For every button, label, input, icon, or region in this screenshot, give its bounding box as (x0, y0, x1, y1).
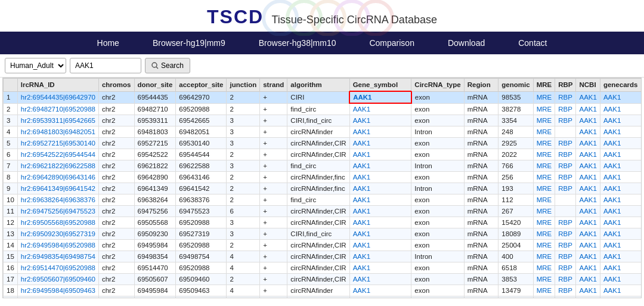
cell-rbp[interactable]: RBP (555, 172, 576, 183)
cell-rbp[interactable]: RBP (555, 240, 576, 251)
cell-lrcrnaid[interactable]: hr2:69475256|69475523 (17, 206, 98, 217)
cell-genesymbol[interactable]: AAK1 (349, 206, 411, 217)
cell-ncbi[interactable]: AAK1 (576, 194, 600, 206)
cell-genesymbol[interactable]: AAK1,RP11-427H (349, 296, 411, 299)
cell-genecards[interactable]: AAK1 (600, 251, 641, 262)
cell-mre[interactable]: MRE (533, 160, 555, 172)
table-row[interactable]: 16hr2:69514470|69520988chr26951447069520… (4, 262, 642, 274)
cell-rbp[interactable]: RBP (555, 217, 576, 228)
cell-genecards[interactable]: AAK1 (600, 172, 641, 183)
cell-genesymbol[interactable]: AAK1 (349, 274, 411, 285)
cell-genecards[interactable]: AAK1 (600, 194, 641, 206)
cell-ncbi[interactable]: AAK1 (576, 160, 600, 172)
table-row[interactable]: 17hr2:69505607|69509460chr26950560769509… (4, 274, 642, 285)
cell-mre[interactable]: MRE (533, 228, 555, 240)
cell-genecards[interactable]: AAK1,RF A (600, 296, 641, 299)
table-row[interactable]: 11hr2:69475256|69475523chr26947525669475… (4, 206, 642, 217)
cell-lrcrnaid[interactable]: hr2:69498354|69498754 (17, 251, 98, 262)
cell-mre[interactable]: MRE (533, 240, 555, 251)
cell-genesymbol[interactable]: AAK1 (349, 138, 411, 149)
cell-ncbi[interactable]: AAK1 (576, 217, 600, 228)
cell-ncbi[interactable]: AAK1 (576, 285, 600, 296)
cell-mre[interactable]: MRE (533, 206, 555, 217)
cell-genesymbol[interactable]: AAK1 (349, 183, 411, 194)
cell-mre[interactable]: MRE (533, 194, 555, 206)
cell-genecards[interactable]: AAK1 (600, 262, 641, 274)
cell-mre[interactable]: MRE (533, 183, 555, 194)
cell-lrcrnaid[interactable]: hr2:69514470|69520988 (17, 262, 98, 274)
cell-genesymbol[interactable]: AAK1 (349, 217, 411, 228)
cell-mre[interactable]: MRE (533, 262, 555, 274)
cell-genesymbol[interactable]: AAK1 (349, 160, 411, 172)
table-row[interactable]: 4hr2:69481803|69482051chr269481803694820… (4, 126, 642, 138)
cell-lrcrnaid[interactable]: hr2:69542522|69544544 (17, 149, 98, 160)
cell-lrcrnaid[interactable]: hr2:69505607|69509460 (17, 274, 98, 285)
cell-genesymbol[interactable]: AAK1 (349, 149, 411, 160)
table-row[interactable]: 3hr2:69539311|69542665chr269539311695426… (4, 115, 642, 126)
cell-mre[interactable]: MRE (533, 149, 555, 160)
table-row[interactable]: 18hr2:69495984|69509463chr26949598469509… (4, 285, 642, 296)
cell-genecards[interactable]: AAK1 (600, 138, 641, 149)
cell-lrcrnaid[interactable]: hr2:69544435|69642970 (17, 91, 98, 103)
cell-rbp[interactable]: RBP (555, 183, 576, 194)
cell-genesymbol[interactable]: AAK1 (349, 172, 411, 183)
cell-genesymbol[interactable]: AAK1 (349, 115, 411, 126)
cell-rbp[interactable] (555, 206, 576, 217)
cell-lrcrnaid[interactable]: hr2:69481803|69482051 (17, 126, 98, 138)
cell-ncbi[interactable]: AAK1 (576, 126, 600, 138)
cell-rbp[interactable]: RBP (555, 149, 576, 160)
search-input[interactable] (70, 58, 141, 73)
cell-mre[interactable]: MRE (533, 285, 555, 296)
cell-genesymbol[interactable]: AAK1 (349, 91, 411, 103)
cell-ncbi[interactable]: AAK1 (576, 172, 600, 183)
cell-genesymbol[interactable]: AAK1 (349, 285, 411, 296)
cell-rbp[interactable]: RBP (555, 103, 576, 115)
cell-genecards[interactable]: AAK1 (600, 103, 641, 115)
nav-download[interactable]: Download (431, 32, 501, 54)
cell-genesymbol[interactable]: AAK1 (349, 126, 411, 138)
table-row[interactable]: 6hr2:69542522|69544544chr269542522695445… (4, 149, 642, 160)
cell-mre[interactable]: MRE (533, 172, 555, 183)
cell-mre[interactable]: MRE (533, 115, 555, 126)
cell-lrcrnaid[interactable]: hr2:69621822|69622588 (17, 160, 98, 172)
cell-ncbi[interactable]: AAK1 (576, 296, 600, 299)
cell-rbp[interactable]: RBP (555, 251, 576, 262)
cell-genecards[interactable]: AAK1 (600, 274, 641, 285)
table-row[interactable]: 2hr2:69482710|69520988chr269482710695209… (4, 103, 642, 115)
table-row[interactable]: 9hr2:69641349|69641542chr269641349696415… (4, 183, 642, 194)
cell-ncbi[interactable]: AAK1 (576, 115, 600, 126)
cell-genecards[interactable]: AAK1 (600, 206, 641, 217)
cell-ncbi[interactable]: AAK1 (576, 183, 600, 194)
table-row[interactable]: 8hr2:69642890|69643146chr269642890696431… (4, 172, 642, 183)
cell-genesymbol[interactable]: AAK1 (349, 240, 411, 251)
cell-rbp[interactable]: RBP (555, 115, 576, 126)
cell-genecards[interactable]: AAK1 (600, 160, 641, 172)
cell-genecards[interactable]: AAK1 (600, 149, 641, 160)
species-select[interactable]: Human_AdultHuman_FetalMouse_Adult (5, 58, 66, 73)
table-row[interactable]: 10hr2:69638264|69638376chr26963826469638… (4, 194, 642, 206)
cell-rbp[interactable]: RBP (555, 138, 576, 149)
cell-genecards[interactable]: AAK1 (600, 115, 641, 126)
cell-genecards[interactable]: AAK1 (600, 217, 641, 228)
cell-genecards[interactable]: AAK1 (600, 126, 641, 138)
cell-mre[interactable]: MRE (533, 251, 555, 262)
cell-mre[interactable]: MRE (533, 296, 555, 299)
cell-rbp[interactable] (555, 126, 576, 138)
cell-ncbi[interactable]: AAK1 (576, 274, 600, 285)
cell-rbp[interactable]: RBP (555, 228, 576, 240)
table-row[interactable]: 7hr2:69621822|69622588chr269621822696225… (4, 160, 642, 172)
table-row[interactable]: 13hr2:69509230|69527319chr26950923069527… (4, 228, 642, 240)
cell-lrcrnaid[interactable]: hr2:69642890|69643146 (17, 172, 98, 183)
nav-contact[interactable]: Contact (501, 32, 564, 54)
cell-genesymbol[interactable]: AAK1 (349, 194, 411, 206)
table-row[interactable]: 12hr2:69505568|69520988chr26950556869520… (4, 217, 642, 228)
cell-ncbi[interactable]: AAK1 (576, 91, 600, 103)
cell-rbp[interactable] (555, 194, 576, 206)
table-row[interactable]: 5hr2:69527215|69530140chr269527215695301… (4, 138, 642, 149)
cell-genesymbol[interactable]: AAK1 (349, 251, 411, 262)
cell-mre[interactable]: MRE (533, 91, 555, 103)
cell-lrcrnaid[interactable]: hr2:69505568|69520988 (17, 217, 98, 228)
cell-mre[interactable]: MRE (533, 138, 555, 149)
cell-genesymbol[interactable]: AAK1 (349, 262, 411, 274)
table-row[interactable]: 19hr2:69458068|69459526chr26945806869459… (4, 296, 642, 299)
